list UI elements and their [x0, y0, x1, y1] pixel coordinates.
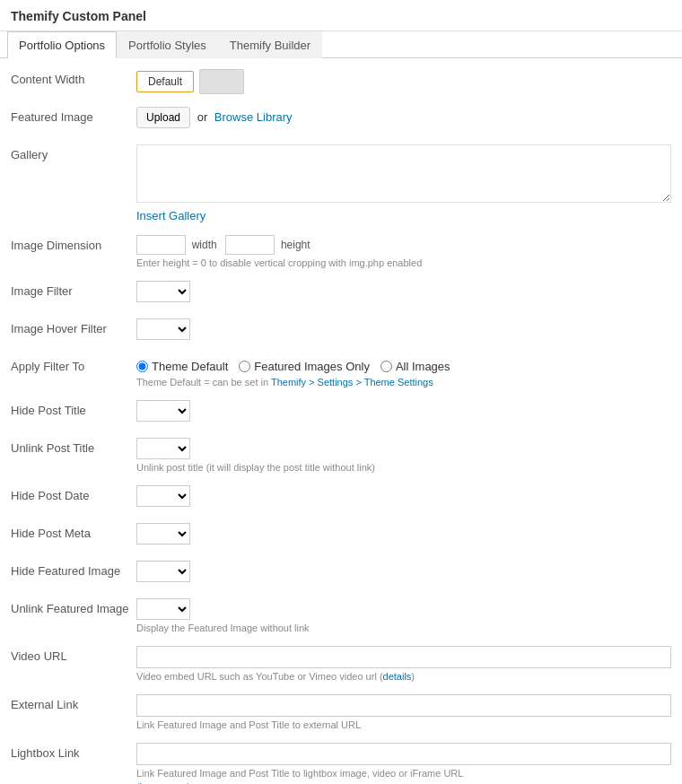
gallery-textarea[interactable]: [136, 144, 671, 203]
radio-featured-images-input[interactable]: [239, 361, 250, 372]
height-input[interactable]: [225, 235, 275, 255]
radio-featured-images-label: Featured Images Only: [254, 360, 370, 373]
image-hover-filter-row: Image Hover Filter: [11, 318, 671, 344]
image-dimension-row: Image Dimension width height Enter heigh…: [11, 235, 671, 268]
lightbox-link-field: Link Featured Image and Post Title to li…: [136, 743, 671, 784]
lightbox-link-row: Lightbox Link Link Featured Image and Po…: [11, 743, 671, 784]
hide-post-title-select[interactable]: [136, 400, 190, 422]
gallery-field: Insert Gallery: [136, 144, 671, 222]
apply-filter-to-field: Theme Default Featured Images Only All I…: [136, 356, 671, 388]
video-url-details-link[interactable]: details: [383, 671, 412, 682]
hide-post-title-row: Hide Post Title: [11, 400, 671, 425]
theme-settings-link[interactable]: Themify > Settings > Theme Settings: [271, 377, 433, 388]
tab-portfolio-styles[interactable]: Portfolio Styles: [117, 31, 218, 58]
image-filter-select[interactable]: [136, 281, 190, 302]
content-width-wide-btn[interactable]: [199, 69, 244, 94]
tab-themify-builder[interactable]: Themify Builder: [218, 31, 322, 58]
insert-gallery-link[interactable]: Insert Gallery: [136, 209, 671, 222]
lightbox-hint1: Link Featured Image and Post Title to li…: [136, 768, 671, 779]
radio-theme-default[interactable]: Theme Default: [136, 360, 228, 373]
image-filter-field: [136, 281, 671, 302]
hide-post-date-field: [136, 485, 671, 507]
radio-featured-images-only[interactable]: Featured Images Only: [239, 360, 370, 373]
panel-title: Themify Custom Panel: [0, 0, 682, 31]
gallery-label: Gallery: [11, 144, 136, 161]
featured-image-field: Upload or Browse Library: [136, 107, 671, 128]
video-url-row: Video URL Video embed URL such as YouTub…: [11, 646, 671, 682]
unlink-post-title-select[interactable]: [136, 438, 190, 459]
radio-all-images[interactable]: All Images: [380, 360, 450, 373]
radio-all-images-input[interactable]: [380, 361, 392, 372]
lightbox-link-label: Lightbox Link: [11, 743, 136, 760]
browse-library-link[interactable]: Browse Library: [214, 110, 293, 124]
hide-post-date-select[interactable]: [136, 485, 190, 507]
width-input[interactable]: [136, 235, 186, 255]
unlink-post-title-field: Unlink post title (it will display the p…: [136, 438, 671, 473]
featured-image-label: Featured Image: [11, 107, 136, 124]
video-url-hint: Video embed URL such as YouTube or Vimeo…: [136, 671, 671, 682]
unlink-featured-image-row: Unlink Featured Image Display the Featur…: [11, 598, 671, 633]
video-url-label: Video URL: [11, 646, 136, 663]
unlink-post-title-hint: Unlink post title (it will display the p…: [136, 462, 671, 473]
content-width-field: Default: [136, 69, 671, 94]
width-label: width: [192, 239, 217, 251]
unlink-featured-image-field: Display the Featured Image without link: [136, 598, 671, 633]
radio-theme-default-label: Theme Default: [152, 360, 228, 373]
unlink-featured-image-hint: Display the Featured Image without link: [136, 623, 671, 633]
radio-all-images-label: All Images: [396, 360, 450, 373]
tab-content: Content Width Default Featured Image Upl…: [0, 58, 682, 784]
external-link-row: External Link Link Featured Image and Po…: [11, 694, 671, 730]
unlink-featured-image-select[interactable]: [136, 598, 190, 620]
gallery-row: Gallery Insert Gallery: [11, 144, 671, 222]
hide-post-date-label: Hide Post Date: [11, 485, 136, 502]
image-dimension-label: Image Dimension: [11, 235, 136, 252]
hide-featured-image-label: Hide Featured Image: [11, 561, 136, 578]
tab-portfolio-options[interactable]: Portfolio Options: [7, 31, 117, 58]
image-hover-filter-label: Image Hover Filter: [11, 318, 136, 335]
unlink-featured-image-label: Unlink Featured Image: [11, 598, 136, 615]
content-width-default-btn[interactable]: Default: [136, 71, 194, 92]
apply-filter-to-label: Apply Filter To: [11, 356, 136, 373]
image-hover-filter-field: [136, 318, 671, 340]
image-filter-label: Image Filter: [11, 281, 136, 298]
unlink-post-title-label: Unlink Post Title: [11, 438, 136, 455]
image-hover-filter-select[interactable]: [136, 318, 190, 340]
image-filter-row: Image Filter: [11, 281, 671, 306]
panel-wrapper: Themify Custom Panel Portfolio Options P…: [0, 0, 682, 784]
hide-post-meta-select[interactable]: [136, 523, 190, 544]
hide-post-meta-field: [136, 523, 671, 544]
hide-post-date-row: Hide Post Date: [11, 485, 671, 510]
external-link-hint: Link Featured Image and Post Title to ex…: [136, 719, 671, 730]
video-url-input[interactable]: [136, 646, 671, 668]
content-width-label: Content Width: [11, 69, 136, 86]
or-text: or: [197, 110, 208, 124]
upload-button[interactable]: Upload: [136, 107, 190, 128]
height-label: height: [281, 239, 310, 251]
content-width-row: Content Width Default: [11, 69, 671, 94]
image-dimension-field: width height Enter height = 0 to disable…: [136, 235, 671, 268]
external-link-field: Link Featured Image and Post Title to ex…: [136, 694, 671, 730]
hide-featured-image-row: Hide Featured Image: [11, 561, 671, 586]
hide-featured-image-select[interactable]: [136, 561, 190, 582]
hide-post-meta-row: Hide Post Meta: [11, 523, 671, 548]
radio-theme-default-input[interactable]: [136, 361, 148, 372]
video-url-field: Video embed URL such as YouTube or Vimeo…: [136, 646, 671, 682]
hide-post-title-field: [136, 400, 671, 422]
featured-image-row: Featured Image Upload or Browse Library: [11, 107, 671, 132]
lightbox-link-input[interactable]: [136, 743, 671, 765]
image-dimension-hint: Enter height = 0 to disable vertical cro…: [136, 257, 671, 268]
apply-filter-radio-group: Theme Default Featured Images Only All I…: [136, 356, 671, 373]
tabs-bar: Portfolio Options Portfolio Styles Themi…: [0, 31, 682, 58]
apply-filter-to-row: Apply Filter To Theme Default Featured I…: [11, 356, 671, 388]
hide-featured-image-field: [136, 561, 671, 582]
external-link-label: External Link: [11, 694, 136, 711]
unlink-post-title-row: Unlink Post Title Unlink post title (it …: [11, 438, 671, 473]
external-link-input[interactable]: [136, 694, 671, 717]
hide-post-meta-label: Hide Post Meta: [11, 523, 136, 540]
apply-filter-hint: Theme Default = can be set in Themify > …: [136, 377, 671, 388]
hide-post-title-label: Hide Post Title: [11, 400, 136, 417]
